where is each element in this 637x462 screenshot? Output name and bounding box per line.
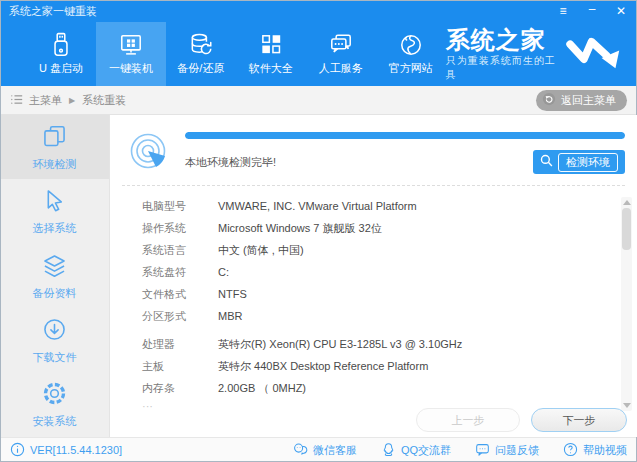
detail-row: 主板英特尔 440BX Desktop Reference Platform bbox=[142, 355, 625, 377]
globe-icon bbox=[398, 32, 424, 58]
return-button-label: 返回主菜单 bbox=[561, 93, 616, 108]
detection-header: 本地环境检测完毕! 检测环境 bbox=[122, 127, 625, 174]
qq-penguin-icon bbox=[381, 442, 396, 459]
detection-progress-bar bbox=[185, 132, 625, 139]
monitor-windows-icon bbox=[118, 32, 144, 58]
gear-icon bbox=[41, 380, 68, 409]
sidebar-item-select-system[interactable]: 选择系统 bbox=[0, 179, 109, 243]
return-main-menu-button[interactable]: 返回主菜单 bbox=[536, 90, 627, 111]
list-icon bbox=[10, 93, 23, 108]
nav-item-label: 软件大全 bbox=[249, 61, 293, 76]
sidebar-item-download-files[interactable]: 下载文件 bbox=[0, 308, 109, 372]
statusbar-link-label: 微信客服 bbox=[313, 443, 357, 458]
return-arrow-icon bbox=[542, 92, 556, 108]
app-grid-icon bbox=[258, 32, 284, 58]
usb-drive-icon bbox=[48, 32, 74, 58]
sidebar-item-label: 下载文件 bbox=[33, 350, 77, 365]
nav-item-one-click-install[interactable]: 一键装机 bbox=[96, 22, 166, 86]
dashed-divider bbox=[122, 185, 625, 186]
help-video-link[interactable]: 帮助视频 bbox=[563, 442, 627, 459]
next-step-button[interactable]: 下一步 bbox=[531, 408, 627, 432]
window-title: 系统之家一键重装 bbox=[9, 4, 97, 19]
close-icon[interactable]: ✕ bbox=[614, 5, 628, 17]
sidebar-item-label: 环境检测 bbox=[33, 157, 77, 172]
detection-status-text: 本地环境检测完毕! bbox=[185, 155, 276, 170]
nav-item-label: 备份/还原 bbox=[177, 61, 224, 76]
detect-button-label: 检测环境 bbox=[558, 153, 618, 172]
nav-item-customer-service[interactable]: 人工服务 bbox=[306, 22, 376, 86]
version-text: VER[11.5.44.1230] bbox=[30, 444, 122, 456]
info-icon bbox=[10, 442, 25, 459]
question-circle-icon bbox=[563, 442, 578, 459]
system-info-list: 电脑型号VMWARE, INC. VMware Virtual Platform… bbox=[122, 195, 625, 413]
nav-item-usb-boot[interactable]: U 盘启动 bbox=[26, 22, 96, 86]
nav-item-label: U 盘启动 bbox=[39, 61, 83, 76]
wechat-service-link[interactable]: 微信客服 bbox=[293, 442, 357, 459]
sidebar-item-env-detect[interactable]: 环境检测 bbox=[0, 115, 109, 179]
sidebar-item-label: 选择系统 bbox=[33, 221, 77, 236]
nav-item-label: 人工服务 bbox=[319, 61, 363, 76]
statusbar-link-label: QQ交流群 bbox=[401, 443, 451, 458]
nav-item-label: 官方网站 bbox=[389, 61, 433, 76]
top-navbar: U 盘启动 一键装机 备份/还原 软件大全 人工服务 官方网站 系统之家 只为重… bbox=[0, 22, 637, 86]
breadcrumb-separator-icon: ▶ bbox=[69, 96, 75, 105]
download-circle-icon bbox=[41, 316, 68, 345]
window-controls: ≡ – ✕ bbox=[556, 5, 628, 17]
brand-logo: 系统之家 只为重装系统而生的工具 bbox=[446, 22, 637, 86]
breadcrumb: 主菜单 ▶ 系统重装 返回主菜单 bbox=[0, 86, 637, 115]
wizard-nav-buttons: 上一步 下一步 bbox=[416, 408, 627, 432]
detail-row: 内存条2.00GB （ 0MHZ) bbox=[142, 377, 625, 399]
magnifier-icon bbox=[540, 154, 553, 170]
scrollbar-thumb[interactable] bbox=[622, 208, 631, 250]
wechat-icon bbox=[293, 442, 308, 459]
detail-row: 系统盘符C: bbox=[142, 261, 625, 283]
menu-icon[interactable]: ≡ bbox=[556, 5, 570, 17]
brand-title: 系统之家 bbox=[446, 27, 546, 53]
detail-row: 系统语言中文 (简体 , 中国) bbox=[142, 239, 625, 261]
app-window: 系统之家一键重装 ≡ – ✕ U 盘启动 一键装机 备份/还原 软件大全 人工服… bbox=[0, 0, 637, 462]
sidebar-item-backup-data[interactable]: 备份资料 bbox=[0, 244, 109, 308]
sidebar-item-label: 备份资料 bbox=[33, 286, 77, 301]
vertical-scrollbar bbox=[621, 197, 632, 411]
qq-group-link[interactable]: QQ交流群 bbox=[381, 442, 451, 459]
statusbar-link-label: 帮助视频 bbox=[583, 443, 627, 458]
breadcrumb-root[interactable]: 主菜单 bbox=[29, 93, 62, 108]
detail-row: 操作系统Microsoft Windows 7 旗舰版 32位 bbox=[142, 217, 625, 239]
sidebar: 环境检测 选择系统 备份资料 下载文件 安装系统 bbox=[0, 115, 110, 437]
chat-bubbles-icon bbox=[328, 32, 354, 58]
detect-environment-button[interactable]: 检测环境 bbox=[533, 150, 625, 174]
layers-icon bbox=[41, 252, 68, 281]
scroll-up-arrow-icon[interactable] bbox=[623, 200, 631, 205]
detail-row: 处理器英特尔(R) Xeon(R) CPU E3-1285L v3 @ 3.10… bbox=[142, 333, 625, 355]
statusbar-link-label: 问题反馈 bbox=[495, 443, 539, 458]
previous-step-button[interactable]: 上一步 bbox=[416, 408, 520, 432]
nav-item-label: 一键装机 bbox=[109, 61, 153, 76]
detail-row: 电脑型号VMWARE, INC. VMware Virtual Platform bbox=[142, 195, 625, 217]
status-bar: VER[11.5.44.1230] 微信客服 QQ交流群 问题反馈 帮助视频 bbox=[0, 437, 637, 462]
sidebar-item-label: 安装系统 bbox=[33, 414, 77, 429]
statusbar-links: 微信客服 QQ交流群 问题反馈 帮助视频 bbox=[293, 442, 627, 459]
nav-item-backup-restore[interactable]: 备份/还原 bbox=[166, 22, 236, 86]
cursor-icon bbox=[41, 187, 68, 216]
feedback-link[interactable]: 问题反馈 bbox=[475, 442, 539, 459]
radar-scan-icon bbox=[126, 129, 170, 173]
sidebar-item-install-system[interactable]: 安装系统 bbox=[0, 373, 109, 437]
main-panel: 本地环境检测完毕! 检测环境 电脑型号VMWARE, INC. VMware V… bbox=[110, 115, 637, 437]
env-detect-icon bbox=[41, 123, 68, 152]
detail-row: 分区形式MBR bbox=[142, 305, 625, 327]
detail-row: 文件格式NTFS bbox=[142, 283, 625, 305]
breadcrumb-current: 系统重装 bbox=[82, 93, 126, 108]
minimize-icon[interactable]: – bbox=[585, 3, 599, 15]
swoosh-arrow-icon bbox=[565, 34, 623, 74]
brand-slogan: 只为重装系统而生的工具 bbox=[446, 54, 559, 82]
database-refresh-icon bbox=[188, 32, 214, 58]
nav-item-official-website[interactable]: 官方网站 bbox=[376, 22, 446, 86]
nav-item-software-collection[interactable]: 软件大全 bbox=[236, 22, 306, 86]
version-info: VER[11.5.44.1230] bbox=[10, 442, 122, 459]
feedback-bubble-icon bbox=[475, 442, 490, 459]
title-bar: 系统之家一键重装 ≡ – ✕ bbox=[0, 0, 637, 22]
